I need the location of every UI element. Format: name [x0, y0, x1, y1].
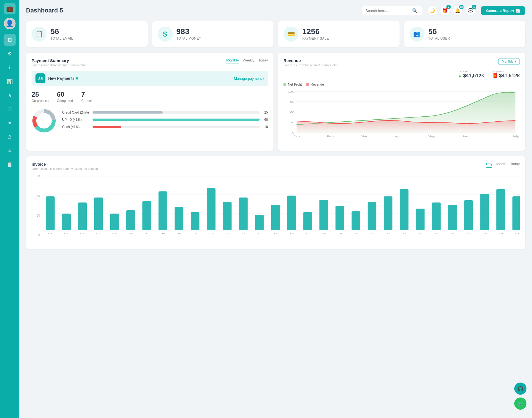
sidebar-item-list[interactable]: ≡ [4, 145, 16, 157]
revenue-monthly-button[interactable]: Monthly ▾ [498, 58, 520, 65]
tab-weekly[interactable]: Weekly [243, 58, 254, 63]
sidebar-item-star[interactable]: ★ [4, 89, 16, 101]
pb-value-upi: 60 [262, 118, 268, 122]
cart-float-button[interactable]: 🛒 [514, 398, 526, 410]
bell-button[interactable]: 🔔 12 [453, 6, 463, 16]
svg-rect-37 [239, 198, 247, 230]
invoice-tab-day[interactable]: Day [486, 162, 492, 168]
star-icon: ★ [7, 92, 12, 98]
expense-label: Expense [492, 70, 520, 73]
svg-text:20: 20 [354, 232, 358, 235]
invoice-tab-today[interactable]: Today [510, 162, 520, 168]
stat-icon-payment: 💳 [283, 27, 298, 42]
stat-card-money: $ 983 TOTAL MONEY [152, 21, 274, 47]
dark-mode-button[interactable]: 🌙 [427, 6, 437, 16]
svg-rect-26 [62, 214, 71, 230]
on-process-stat: 25 On process [32, 91, 48, 103]
header: Dashboard 5 🔍 🌙 🎁 2 🔔 12 💬 5 Generate Re [26, 6, 525, 16]
search-bar[interactable]: 🔍 [362, 6, 423, 15]
search-input[interactable] [365, 9, 410, 13]
page-title: Dashboard 5 [26, 7, 362, 14]
expense-value-row: 🧧 $41,512k [492, 73, 520, 79]
printer-icon: 🖨 [7, 134, 12, 140]
svg-rect-29 [110, 214, 119, 230]
svg-rect-52 [480, 194, 489, 230]
stat-info-email: 56 TOTAL EMAIL [50, 28, 73, 40]
pb-fill-upi [93, 119, 260, 121]
svg-text:Jun: Jun [462, 135, 468, 138]
sidebar-item-grid[interactable]: ⊞ [4, 34, 16, 46]
monthly-label: Monthly [502, 60, 513, 63]
stat-label-user: TOTAL USER [428, 37, 450, 40]
settings-icon: ⚙ [7, 51, 12, 57]
svg-rect-51 [464, 200, 473, 230]
sidebar-item-settings[interactable]: ⚙ [4, 48, 16, 60]
gift-badge: 2 [446, 5, 451, 9]
svg-text:23: 23 [402, 232, 406, 235]
svg-text:07: 07 [145, 232, 149, 235]
sidebar-logo[interactable]: 💼 [4, 3, 16, 14]
header-icons: 🌙 🎁 2 🔔 12 💬 5 Generate Report 📈 [427, 6, 525, 16]
invoice-card: Invoice Lorem Ipsum is simply dummy text… [26, 156, 525, 249]
sidebar-item-heart-outline[interactable]: ♡ [4, 103, 16, 115]
expense-item: Expense 🧧 $41,512k [492, 70, 520, 79]
cart-icon: 🛒 [517, 401, 523, 407]
sidebar-item-doc[interactable]: 📋 [4, 158, 16, 171]
pb-label-upi: UPI ID (41%) [62, 118, 90, 122]
pb-value-cash: 10 [262, 125, 268, 129]
donut-svg [32, 108, 57, 133]
revenue-subtitle: Lorem ipsum dolor sit amet, consectetur [283, 63, 338, 67]
sidebar-item-chart[interactable]: 📊 [4, 75, 16, 88]
progress-bar-cash: Cash (41%) 10 [62, 125, 268, 129]
stat-label-money: TOTAL MONEY [177, 37, 201, 40]
svg-rect-28 [94, 198, 103, 230]
headset-float-button[interactable]: 🎧 [514, 383, 526, 395]
svg-rect-43 [336, 206, 344, 230]
doc-icon: 📋 [7, 161, 13, 168]
pb-track-cash [93, 126, 260, 128]
on-process-number: 25 [32, 91, 48, 98]
invoice-tab-month[interactable]: Month [496, 162, 506, 168]
stat-number-email: 56 [50, 28, 73, 35]
svg-text:17: 17 [305, 232, 310, 235]
stat-info-money: 983 TOTAL MONEY [177, 28, 201, 40]
middle-row: Payment Summary Lorem ipsum dolor sit am… [26, 53, 525, 151]
income-expense-row: Income ▲ $41,512k Expense 🧧 [458, 70, 520, 79]
sidebar-item-heart[interactable]: ♥ [4, 117, 16, 129]
tab-today[interactable]: Today [258, 58, 268, 63]
search-icon[interactable]: 🔍 [412, 8, 418, 13]
y-axis: 60 40 20 0 [32, 175, 40, 237]
avatar[interactable]: 👤 [4, 18, 16, 29]
bell-badge: 12 [459, 5, 464, 9]
svg-rect-38 [255, 215, 264, 230]
gift-icon: 🎁 [442, 8, 448, 13]
invoice-bar-chart: 60 40 20 0 [32, 175, 520, 243]
svg-rect-49 [432, 202, 441, 230]
svg-text:03: 03 [80, 232, 85, 235]
progress-bar-cc: Credit Card (24%) 25 [62, 111, 268, 114]
completed-stat: 60 Completed [57, 91, 73, 103]
svg-rect-36 [223, 202, 231, 230]
stat-number-payment: 1256 [302, 28, 329, 35]
payment-summary-tabs: Monthly Weekly Today [226, 58, 268, 63]
svg-text:16: 16 [289, 232, 294, 235]
tab-monthly[interactable]: Monthly [226, 58, 239, 63]
revenue-card: Revenue Lorem ipsum dolor sit amet, cons… [278, 53, 525, 151]
sidebar-item-printer[interactable]: 🖨 [4, 131, 16, 143]
svg-rect-35 [207, 188, 215, 230]
svg-text:28: 28 [482, 232, 487, 235]
svg-text:60: 60 [290, 111, 295, 114]
svg-rect-47 [400, 189, 408, 230]
income-arrow-icon: ▲ [458, 73, 462, 78]
stat-icon-email: 📋 [32, 27, 47, 42]
heart-outline-icon: ♡ [7, 106, 12, 112]
sidebar-item-info[interactable]: ℹ [4, 61, 16, 74]
svg-text:13: 13 [241, 232, 245, 235]
generate-report-button[interactable]: Generate Report 📈 [481, 6, 525, 15]
gift-button[interactable]: 🎁 2 [440, 6, 450, 16]
bar-chart-icon: 📈 [516, 9, 520, 13]
main-content: Dashboard 5 🔍 🌙 🎁 2 🔔 12 💬 5 Generate Re [19, 0, 532, 418]
manage-payment-link[interactable]: Manage payment › [234, 76, 264, 81]
revenue-title: Revenue [283, 58, 338, 63]
chat-button[interactable]: 💬 5 [466, 6, 475, 16]
